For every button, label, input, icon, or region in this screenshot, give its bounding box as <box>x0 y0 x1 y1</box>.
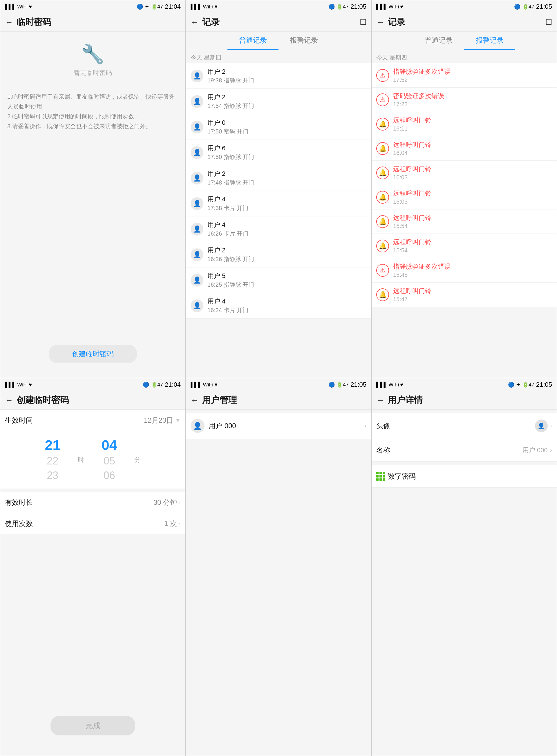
log-username: 用户 5 <box>207 271 367 280</box>
back-button-6[interactable]: ← <box>376 396 384 405</box>
log-content: 用户 0 17:50 密码 开门 <box>207 118 367 136</box>
alert-content: 指静脉验证多次错误 17:52 <box>393 67 552 83</box>
digital-pw-label: 数字密码 <box>388 472 416 481</box>
wifi-icon-5: WiFi <box>203 382 213 388</box>
tool-icon: 🔧 <box>81 43 105 65</box>
avatar-image: 👤 <box>535 419 548 432</box>
alert-name: 远程呼叫门铃 <box>393 213 552 222</box>
log-avatar: 👤 <box>190 299 203 312</box>
back-button-1[interactable]: ← <box>5 18 13 27</box>
tab-alert-record-3[interactable]: 报警记录 <box>464 32 515 50</box>
back-button-4[interactable]: ← <box>5 396 13 405</box>
log-content: 用户 2 17:54 指静脉 开门 <box>207 93 367 110</box>
alert-item: 🔔 远程呼叫门铃 15:47 <box>372 283 557 307</box>
alert-name: 远程呼叫门铃 <box>393 165 552 173</box>
alert-name: 指静脉验证多次错误 <box>393 262 552 271</box>
back-button-3[interactable]: ← <box>376 18 384 27</box>
duration-label: 有效时长 <box>5 498 33 507</box>
alert-time: 15:54 <box>393 247 552 254</box>
header-6: ← 用户详情 <box>372 391 557 410</box>
tabs-log-normal: 普通记录 报警记录 <box>186 32 371 50</box>
alert-bell-icon: 🔔 <box>376 167 389 179</box>
alert-content: 远程呼叫门铃 15:54 <box>393 213 552 230</box>
name-row[interactable]: 名称 用户 000 › <box>372 439 557 462</box>
avatar-row[interactable]: 头像 👤 › <box>372 413 557 439</box>
log-username: 用户 4 <box>207 195 367 204</box>
back-button-5[interactable]: ← <box>190 396 199 405</box>
alert-item: ⚠ 指静脉验证多次错误 15:48 <box>372 258 557 283</box>
calendar-icon-2[interactable]: ☐ <box>360 18 367 27</box>
log-username: 用户 2 <box>207 169 367 178</box>
minute-separator: 分 <box>134 456 141 464</box>
alert-time: 16:03 <box>393 174 552 181</box>
time-picker[interactable]: 21 22 23 时 04 05 06 分 <box>0 431 185 489</box>
alert-item: 🔔 远程呼叫门铃 15:54 <box>372 234 557 258</box>
time-display-3: 21:05 <box>536 3 552 10</box>
log-item: 👤 用户 6 17:50 指静脉 开门 <box>186 140 371 165</box>
log-item: 👤 用户 5 16:25 指静脉 开门 <box>186 267 371 293</box>
bt-icon-2: 🔵 <box>328 3 335 10</box>
tab-normal-record-3[interactable]: 普通记录 <box>413 32 464 50</box>
page-title-3: 记录 <box>388 16 546 28</box>
status-left-5: ▌▌▌ WiFi ♥ <box>190 382 217 388</box>
chevron-right-icon-user: › <box>364 422 367 430</box>
log-item: 👤 用户 2 17:48 指静脉 开门 <box>186 165 371 191</box>
avatar-label: 头像 <box>376 421 390 431</box>
log-avatar: 👤 <box>190 95 203 108</box>
log-item: 👤 用户 2 16:26 指静脉 开门 <box>186 242 371 267</box>
page-title-5: 用户管理 <box>202 394 367 406</box>
log-detail: 17:50 指静脉 开门 <box>207 153 367 161</box>
status-left-1: ▌▌▌ WiFi ♥ <box>5 4 32 10</box>
digital-pw-row[interactable]: 数字密码 <box>372 465 557 488</box>
signal-icon-3: ▌▌▌ <box>376 4 387 10</box>
log-item: 👤 用户 4 16:26 卡片 开门 <box>186 216 371 242</box>
status-right-3: 🔵 🔋47 21:05 <box>514 3 552 10</box>
empty-content-5 <box>186 439 371 756</box>
effect-time-row[interactable]: 生效时间 12月23日 ▼ <box>0 410 185 431</box>
log-username: 用户 4 <box>207 297 367 306</box>
usage-value: 1 次 › <box>164 519 181 528</box>
alert-time: 15:54 <box>393 223 552 230</box>
panel-temp-password: ▌▌▌ WiFi ♥ 🔵 ✦ 🔋47 21:04 ← 临时密码 🔧 暂无临时密码… <box>0 0 186 378</box>
alert-password-icon: ⚠ <box>376 93 389 106</box>
log-avatar: 👤 <box>190 121 203 134</box>
header-5: ← 用户管理 <box>186 391 371 410</box>
calendar-icon-3[interactable]: ☐ <box>546 18 552 27</box>
create-temp-password-button[interactable]: 创建临时密码 <box>49 345 137 363</box>
alert-bell-icon: 🔔 <box>376 191 389 204</box>
hour-column: 21 22 23 <box>45 437 60 483</box>
extra-icons-5: ♥ <box>214 382 217 388</box>
done-button[interactable]: 完成 <box>51 716 135 735</box>
hour-active: 21 <box>45 437 60 454</box>
log-detail: 16:26 卡片 开门 <box>207 230 367 238</box>
log-item: 👤 用户 2 17:54 指静脉 开门 <box>186 89 371 114</box>
log-content: 用户 4 16:26 卡片 开门 <box>207 221 367 238</box>
user-list-item[interactable]: 👤 用户 000 › <box>186 413 371 439</box>
alert-item: 🔔 远程呼叫门铃 16:11 <box>372 112 557 136</box>
location-icon-6: ✦ <box>516 381 521 388</box>
alert-time: 16:11 <box>393 125 552 132</box>
minute-column: 04 05 06 <box>101 437 117 483</box>
wifi-icon-4: WiFi <box>17 382 28 388</box>
empty-content-4 <box>0 534 185 716</box>
alert-content: 指静脉验证多次错误 15:48 <box>393 262 552 278</box>
alert-list: ⚠ 指静脉验证多次错误 17:52 ⚠ 密码验证多次错误 17:23 🔔 远程呼… <box>372 63 557 378</box>
minute-active: 04 <box>101 437 117 454</box>
alert-item: ⚠ 密码验证多次错误 17:23 <box>372 88 557 112</box>
bt-icon-5: 🔵 <box>328 381 335 388</box>
usage-row[interactable]: 使用次数 1 次 › <box>0 513 185 534</box>
duration-row[interactable]: 有效时长 30 分钟 › <box>0 492 185 513</box>
extra-icons-2: ♥ <box>214 4 217 10</box>
location-icon: ✦ <box>145 3 149 10</box>
tab-normal-record[interactable]: 普通记录 <box>228 32 278 50</box>
log-detail: 17:54 指静脉 开门 <box>207 102 367 110</box>
time-display-6: 21:05 <box>536 381 552 388</box>
tabs-log-alert: 普通记录 报警记录 <box>372 32 557 50</box>
panel-user-detail: ▌▌▌ WiFi ♥ 🔵 ✦ 🔋47 21:05 ← 用户详情 头像 👤 › <box>371 378 557 756</box>
signal-icon-5: ▌▌▌ <box>190 382 202 388</box>
log-content: 用户 2 19:38 指静脉 开门 <box>207 67 367 84</box>
back-button-2[interactable]: ← <box>190 18 199 27</box>
log-detail: 17:50 密码 开门 <box>207 128 367 136</box>
log-content: 用户 2 16:26 指静脉 开门 <box>207 246 367 263</box>
tab-alert-record[interactable]: 报警记录 <box>278 32 329 50</box>
